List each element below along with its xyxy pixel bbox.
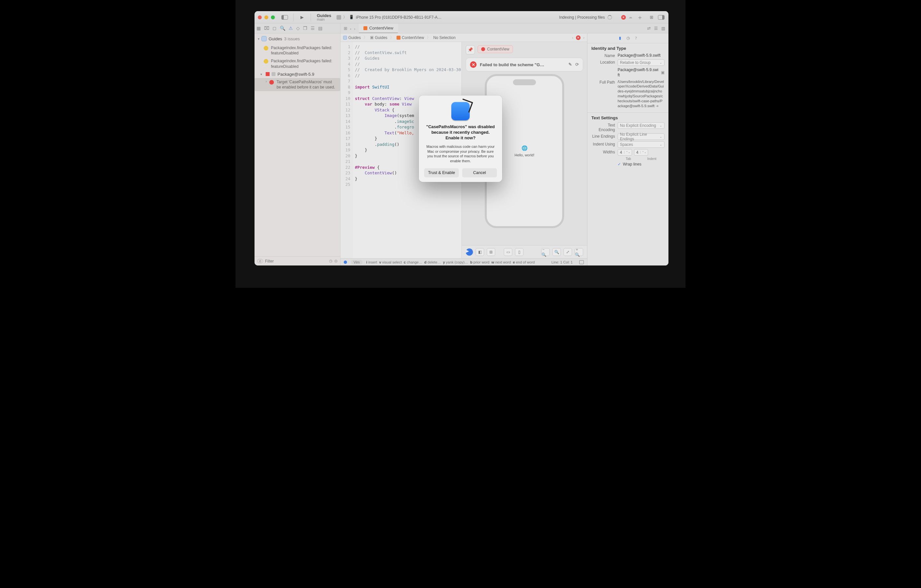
trust-enable-button[interactable]: Trust & Enable <box>424 168 459 177</box>
macro-trust-dialog: "CasePathsMacros" was disabled because i… <box>419 95 502 182</box>
dialog-title: "CasePathsMacros" was disabled because i… <box>424 124 497 141</box>
xcode-app-icon <box>451 102 470 120</box>
dialog-body: Macros with malicious code can harm your… <box>424 144 497 164</box>
cancel-button[interactable]: Cancel <box>462 168 497 177</box>
